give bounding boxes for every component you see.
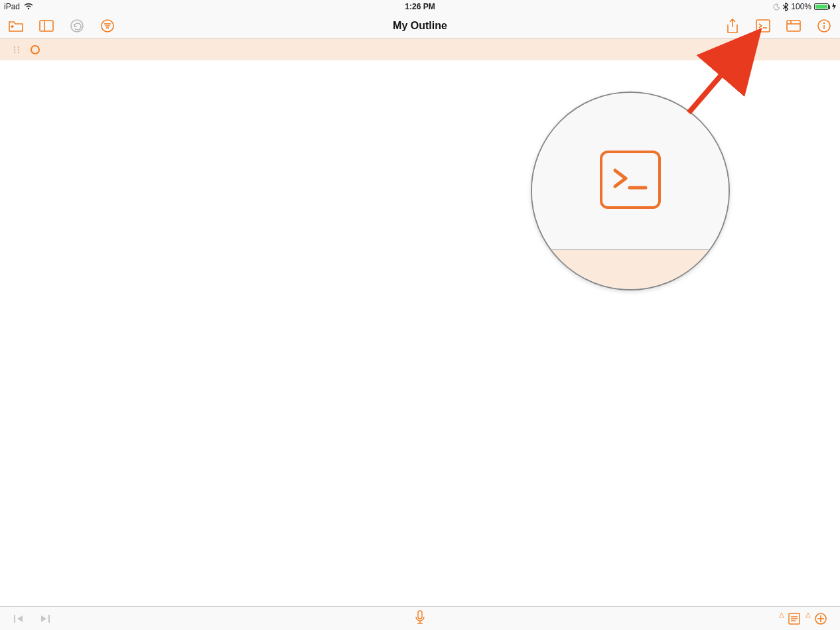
svg-point-16 xyxy=(14,46,15,47)
document-title: My Outline xyxy=(393,20,447,32)
columns-button[interactable] xyxy=(786,18,802,34)
filter-button[interactable] xyxy=(100,18,115,34)
svg-point-18 xyxy=(14,48,15,50)
status-time: 1:26 PM xyxy=(405,2,435,11)
triangle-icon: △ xyxy=(779,611,784,618)
share-button[interactable] xyxy=(725,18,740,34)
sidebar-button[interactable] xyxy=(38,18,54,34)
wifi-icon xyxy=(24,3,33,10)
svg-point-14 xyxy=(824,23,825,23)
battery-icon xyxy=(814,3,829,10)
top-toolbar: My Outline xyxy=(0,13,840,38)
dictate-button[interactable] xyxy=(415,610,425,627)
nav-next-button[interactable] xyxy=(37,611,52,626)
battery-percentage: 100% xyxy=(791,2,811,11)
content-area[interactable] xyxy=(0,61,840,606)
svg-point-0 xyxy=(28,8,29,9)
scripts-button[interactable] xyxy=(755,18,771,34)
documents-button[interactable] xyxy=(8,18,24,34)
nav-prev-button[interactable] xyxy=(12,611,27,626)
row-bullet-icon[interactable] xyxy=(31,45,40,54)
status-bar: iPad 1:26 PM 100% xyxy=(0,0,840,13)
add-note-button[interactable] xyxy=(787,611,802,626)
svg-rect-8 xyxy=(756,20,770,32)
add-row-button[interactable] xyxy=(813,611,828,626)
toolbar-left-group xyxy=(8,18,115,34)
bottom-left-group xyxy=(12,611,52,626)
bottom-toolbar: △ △ xyxy=(0,606,840,630)
charging-icon xyxy=(832,3,836,11)
undo-button[interactable] xyxy=(69,18,85,34)
status-left: iPad xyxy=(4,2,33,11)
svg-point-20 xyxy=(14,51,15,52)
outline-row[interactable] xyxy=(0,38,840,61)
do-not-disturb-icon xyxy=(773,3,780,11)
svg-point-17 xyxy=(18,46,19,47)
svg-rect-24 xyxy=(418,611,422,619)
device-label: iPad xyxy=(4,2,20,11)
status-right: 100% xyxy=(773,2,836,11)
row-drag-handle-icon[interactable] xyxy=(12,45,21,54)
svg-rect-10 xyxy=(787,21,800,31)
toolbar-right-group xyxy=(725,18,832,34)
svg-point-19 xyxy=(18,48,19,50)
bottom-right-group: △ △ xyxy=(779,611,828,626)
info-button[interactable] xyxy=(816,18,832,34)
triangle-icon: △ xyxy=(805,611,811,618)
svg-point-21 xyxy=(18,51,19,52)
svg-rect-1 xyxy=(40,21,53,31)
bluetooth-icon xyxy=(783,3,788,11)
